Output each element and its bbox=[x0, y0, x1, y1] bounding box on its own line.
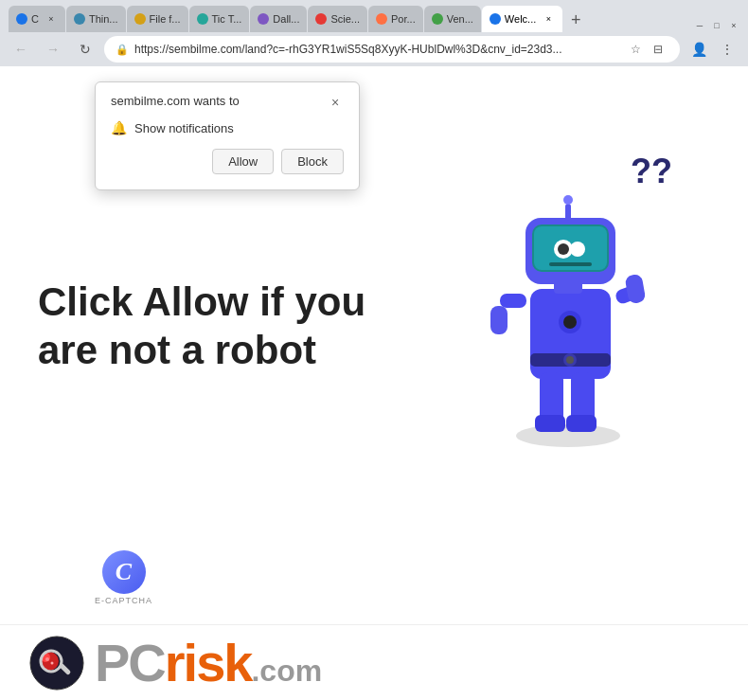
pcrisk-footer: PCrisk.com bbox=[0, 624, 748, 700]
svg-rect-10 bbox=[565, 204, 571, 221]
tab-6[interactable]: Scie... bbox=[308, 6, 367, 32]
tab-4[interactable]: Tic T... bbox=[189, 6, 250, 32]
tab-label: Dall... bbox=[273, 13, 299, 25]
forward-button[interactable]: → bbox=[40, 36, 66, 63]
question-marks: ?? bbox=[631, 152, 672, 191]
pcrisk-brand-text: PCrisk.com bbox=[95, 632, 322, 693]
maximize-button[interactable]: □ bbox=[710, 19, 723, 32]
url-bar[interactable]: 🔒 https://sembilme.com/land?c=-rhG3YR1wi… bbox=[104, 36, 680, 63]
refresh-button[interactable]: ↻ bbox=[72, 36, 98, 63]
tab-close-1[interactable]: × bbox=[45, 12, 58, 26]
svg-point-11 bbox=[563, 195, 573, 205]
tab-label: File f... bbox=[150, 13, 181, 25]
com-text: .com bbox=[251, 654, 322, 688]
tab-label: Welc... bbox=[505, 13, 536, 25]
new-tab-button[interactable]: + bbox=[563, 8, 588, 32]
tab-2[interactable]: Thin... bbox=[66, 6, 126, 32]
pc-text: PC bbox=[95, 633, 165, 692]
ecaptcha-icon: C bbox=[102, 550, 146, 594]
popup-buttons: Allow Block bbox=[111, 149, 344, 174]
tab-favicon bbox=[490, 13, 501, 25]
tab-label: Scie... bbox=[330, 13, 360, 25]
ecaptcha-c-letter: C bbox=[116, 558, 132, 586]
permission-popup: sembilme.com wants to × 🔔 Show notificat… bbox=[95, 81, 360, 190]
block-button[interactable]: Block bbox=[281, 149, 344, 174]
popup-option-text: Show notifications bbox=[134, 121, 234, 135]
tab-3[interactable]: File f... bbox=[127, 6, 188, 32]
tab-favicon bbox=[16, 13, 27, 25]
tab-favicon bbox=[197, 13, 208, 25]
popup-title: sembilme.com wants to bbox=[111, 94, 240, 108]
robot-area: ?? bbox=[426, 133, 710, 464]
tab-7[interactable]: Por... bbox=[368, 6, 423, 32]
tab-1[interactable]: C × bbox=[9, 6, 65, 32]
tab-label: Tic T... bbox=[212, 13, 242, 25]
ecaptcha-logo: C E-CAPTCHA bbox=[95, 550, 152, 605]
tab-close-9[interactable]: × bbox=[542, 12, 555, 26]
tab-5[interactable]: Dall... bbox=[250, 6, 307, 32]
bell-icon: 🔔 bbox=[111, 120, 127, 135]
webpage: sembilme.com wants to × 🔔 Show notificat… bbox=[0, 66, 748, 624]
profile-button[interactable]: 👤 bbox=[686, 36, 712, 63]
svg-rect-21 bbox=[535, 415, 565, 432]
popup-header: sembilme.com wants to × bbox=[111, 94, 344, 111]
svg-point-31 bbox=[51, 661, 54, 664]
minimize-button[interactable]: ─ bbox=[693, 19, 706, 32]
svg-rect-9 bbox=[549, 262, 592, 266]
url-icons: ☆ ⊟ bbox=[625, 39, 668, 60]
main-text-content: Click Allow if you are not a robot bbox=[38, 279, 365, 371]
svg-point-30 bbox=[45, 657, 49, 661]
svg-point-18 bbox=[566, 356, 574, 364]
browser-menu-buttons: 👤 ⋮ bbox=[686, 36, 740, 63]
tab-9-active[interactable]: Welc... × bbox=[482, 6, 562, 32]
svg-point-8 bbox=[570, 242, 585, 257]
lock-icon: 🔒 bbox=[116, 44, 129, 56]
tab-label: C bbox=[31, 13, 39, 25]
menu-button[interactable]: ⋮ bbox=[714, 36, 740, 63]
tab-8[interactable]: Ven... bbox=[424, 6, 481, 32]
svg-point-7 bbox=[558, 243, 569, 255]
tabs-bar: C × Thin... File f... Tic T... Dall... S… bbox=[0, 0, 748, 32]
tab-favicon bbox=[74, 13, 85, 25]
popup-close-button[interactable]: × bbox=[327, 94, 344, 111]
bookmark-icon[interactable]: ⊟ bbox=[648, 39, 668, 60]
svg-rect-12 bbox=[500, 294, 526, 308]
tab-label: Ven... bbox=[447, 13, 473, 25]
robot-illustration bbox=[464, 147, 672, 450]
allow-button[interactable]: Allow bbox=[212, 149, 274, 174]
svg-point-24 bbox=[563, 315, 577, 329]
svg-rect-22 bbox=[566, 415, 597, 432]
tab-favicon bbox=[315, 13, 327, 25]
popup-option: 🔔 Show notifications bbox=[111, 120, 344, 135]
risk-text: risk bbox=[165, 633, 252, 692]
close-window-button[interactable]: × bbox=[727, 19, 740, 32]
main-text: Click Allow if you are not a robot bbox=[38, 278, 426, 374]
url-text: https://sembilme.com/land?c=-rhG3YR1wiS5… bbox=[134, 43, 619, 56]
tab-favicon bbox=[258, 13, 269, 25]
tab-favicon bbox=[432, 13, 443, 25]
star-icon[interactable]: ☆ bbox=[625, 39, 646, 60]
tab-label: Por... bbox=[391, 13, 416, 25]
pcrisk-badge-icon bbox=[28, 635, 85, 691]
tab-favicon bbox=[134, 13, 146, 25]
tab-label: Thin... bbox=[89, 13, 118, 25]
svg-rect-13 bbox=[490, 306, 508, 334]
address-bar: ← → ↻ 🔒 https://sembilme.com/land?c=-rhG… bbox=[0, 32, 748, 66]
tab-favicon bbox=[376, 13, 387, 25]
ecaptcha-label: E-CAPTCHA bbox=[95, 596, 152, 605]
browser-frame: C × Thin... File f... Tic T... Dall... S… bbox=[0, 0, 748, 66]
back-button[interactable]: ← bbox=[8, 36, 34, 63]
